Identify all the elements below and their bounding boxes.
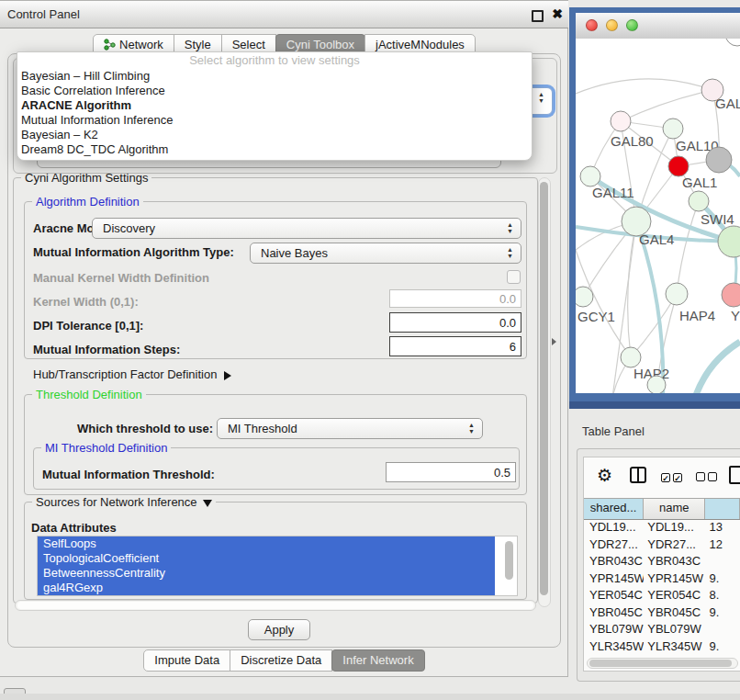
network-view-window[interactable]: GALGAL80GAL10GAL1GAL11SWI4GAL4GCY1HAP4YH…: [569, 7, 740, 409]
network-node-gal1[interactable]: [668, 156, 689, 176]
splitpane-arrow-icon[interactable]: [552, 338, 556, 345]
tab-impute-data[interactable]: Impute Data: [143, 649, 230, 672]
network-node-hap2[interactable]: [621, 347, 641, 367]
network-canvas[interactable]: GALGAL80GAL10GAL1GAL11SWI4GAL4GCY1HAP4YH…: [576, 39, 740, 393]
checked-columns-icon[interactable]: ✓✓: [661, 470, 685, 484]
algorithm-option-bayesian-k2[interactable]: Bayesian – K2: [17, 128, 532, 142]
table-row[interactable]: YBR043CYBR043C: [584, 553, 740, 570]
network-node-hap4[interactable]: [666, 283, 688, 305]
mi-threshold-field[interactable]: 0.5: [386, 462, 516, 482]
collapse-down-icon[interactable]: [203, 500, 212, 507]
gear-icon[interactable]: ⚙: [597, 465, 612, 486]
kernel-width-field[interactable]: 0.0: [389, 289, 521, 308]
column-header-shared[interactable]: shared...: [584, 499, 644, 519]
hub-definition-toggle[interactable]: Hub/Transcription Factor Definition: [33, 367, 231, 381]
kernel-width-label: Kernel Width (0,1):: [33, 295, 139, 309]
which-threshold-combobox[interactable]: MI Threshold ▲▼: [217, 418, 483, 439]
manual-kernel-checkbox[interactable]: [507, 270, 521, 284]
network-node[interactable]: [725, 39, 740, 46]
network-node-gal80[interactable]: [611, 111, 631, 131]
export-table-icon[interactable]: [729, 466, 740, 484]
network-node-gal11[interactable]: [580, 166, 600, 186]
table-row[interactable]: YPR145WYPR145W9.: [584, 570, 740, 588]
sources-title-row[interactable]: Sources for Network Inference: [32, 495, 216, 509]
combo-arrows-icon: ▲▼: [506, 246, 514, 259]
dpi-tolerance-field[interactable]: 0.0: [389, 312, 521, 333]
tab-discretize-data[interactable]: Discretize Data: [230, 649, 332, 672]
minimize-traffic-light[interactable]: [606, 19, 618, 31]
tab-label: Impute Data: [154, 653, 219, 667]
table-cell: YDL19...: [644, 519, 705, 536]
aracne-mode-combobox[interactable]: Discovery ▲▼: [92, 218, 521, 239]
table-cell: 9.: [705, 570, 740, 588]
network-node[interactable]: [647, 376, 666, 393]
column-header-extra[interactable]: [705, 499, 740, 519]
table-row[interactable]: YER054CYER054C8.: [584, 587, 740, 604]
expand-right-icon[interactable]: [224, 371, 231, 380]
columns-icon[interactable]: [630, 467, 646, 483]
algorithm-option-basic-correlation-inference[interactable]: Basic Correlation Inference: [17, 84, 532, 98]
settings-vscrollbar[interactable]: [538, 177, 551, 607]
attribute-item-topologicalcoefficient[interactable]: TopologicalCoefficient: [38, 551, 495, 566]
network-node-label: GAL1: [682, 175, 717, 190]
unchecked-columns-icon[interactable]: [696, 470, 720, 484]
table-cell: YER054C: [584, 587, 644, 604]
algorithm-option-dream8-dc-tdc-algorithm[interactable]: Dream8 DC_TDC Algorithm: [17, 142, 532, 157]
settings-hscrollbar[interactable]: [15, 600, 536, 611]
attribute-item-betweennesscentrality[interactable]: BetweennessCentrality: [38, 566, 495, 581]
close-icon[interactable]: ✖: [552, 6, 563, 21]
network-window-bottom-border: [569, 401, 740, 409]
combo-arrows-icon: ▲▼: [537, 91, 545, 104]
table-cell: 9.: [705, 638, 740, 656]
algorithm-dropdown-popup: Select algorithm to view settings Bayesi…: [17, 51, 533, 161]
table-row[interactable]: YDL19...YDL19...13: [584, 519, 740, 536]
table-row[interactable]: YLR345WYLR345W9.: [584, 638, 740, 656]
network-node-label: HAP4: [679, 308, 715, 323]
table-row[interactable]: YBR045CYBR045C9.: [584, 604, 740, 622]
column-header-name[interactable]: name: [644, 499, 705, 519]
mi-type-value: Naive Bayes: [261, 243, 328, 263]
network-edge: [628, 221, 636, 357]
list-vscrollbar-thumb[interactable]: [505, 541, 513, 580]
mi-type-label: Mutual Information Algorithm Type:: [33, 245, 234, 259]
table-panel-title: Table Panel: [582, 424, 645, 438]
algorithm-option-aracne-algorithm[interactable]: ARACNE Algorithm: [17, 98, 532, 113]
table-cell: 9.: [705, 604, 740, 622]
table-row[interactable]: YDR27...YDR27...12: [584, 536, 740, 554]
mi-steps-field[interactable]: 6: [389, 336, 521, 356]
tab-label: Select: [232, 38, 265, 51]
manual-kernel-label: Manual Kernel Width Definition: [33, 271, 209, 285]
apply-button[interactable]: Apply: [248, 619, 310, 640]
algorithm-option-mutual-information-inference[interactable]: Mutual Information Inference: [17, 113, 532, 128]
zoom-traffic-light[interactable]: [626, 19, 638, 31]
network-node[interactable]: [718, 226, 740, 257]
network-node-gal10[interactable]: [663, 119, 683, 139]
tab-label: Network: [119, 38, 163, 51]
table-panel-window: ⚙ ✓✓ shared...name YDL19...YDL19...13YDR…: [577, 448, 740, 682]
tab-infer-network[interactable]: Infer Network: [331, 649, 424, 672]
float-window-icon[interactable]: [532, 10, 544, 22]
network-window-titlebar[interactable]: [576, 13, 740, 40]
data-attributes-list[interactable]: SelfLoopsTopologicalCoefficientBetweenne…: [37, 536, 518, 596]
close-traffic-light[interactable]: [586, 19, 598, 31]
mi-type-combobox[interactable]: Naive Bayes ▲▼: [250, 243, 521, 264]
attribute-item-selfloops[interactable]: SelfLoops: [38, 536, 495, 551]
combo-arrows-icon: ▲▼: [506, 221, 514, 234]
attribute-item-gal4rgexp[interactable]: gal4RGexp: [38, 581, 495, 595]
network-node-y[interactable]: [722, 283, 740, 307]
table-row[interactable]: YBL079WYBL079W: [584, 621, 740, 638]
settings-hscrollbar-thumb[interactable]: [17, 602, 533, 609]
network-node-swi4[interactable]: [689, 191, 709, 211]
network-node[interactable]: [706, 147, 732, 173]
algorithm-option-bayesian-hill-climbing[interactable]: Bayesian – Hill Climbing: [17, 69, 532, 84]
table-cell: YBR043C: [644, 553, 705, 570]
table-hscrollbar[interactable]: [587, 658, 738, 669]
table-cell: [705, 621, 740, 638]
hub-definition-label: Hub/Transcription Factor Definition: [33, 367, 217, 381]
cyni-bottom-tabs: Impute DataDiscretize DataInfer Network: [0, 649, 568, 672]
network-node-gcy1[interactable]: [576, 287, 593, 307]
table-hscrollbar-thumb[interactable]: [589, 660, 732, 667]
settings-vscrollbar-thumb[interactable]: [540, 182, 548, 595]
mi-threshold-label: Mutual Information Threshold:: [42, 468, 215, 481]
control-panel-titlebar[interactable]: Control Panel ✖: [0, 1, 568, 28]
